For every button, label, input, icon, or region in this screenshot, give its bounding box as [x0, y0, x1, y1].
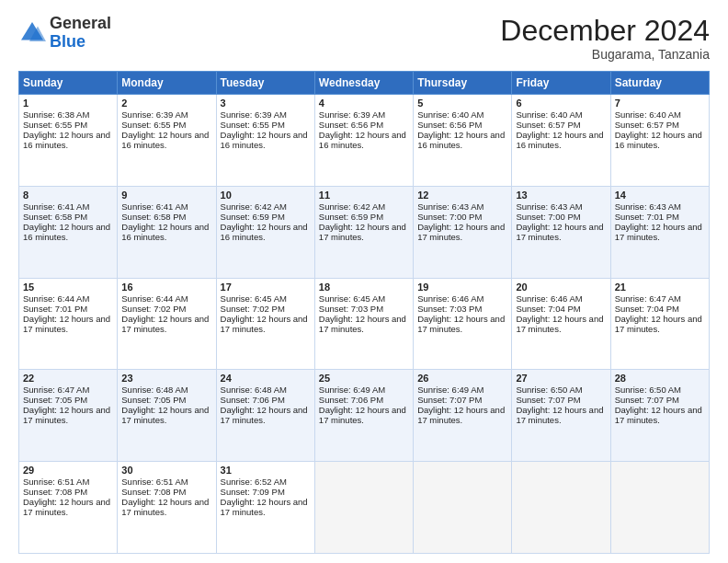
- day-number: 11: [319, 190, 409, 201]
- sunset-label: Sunset: 7:01 PM: [615, 212, 679, 222]
- sunset-label: Sunset: 7:02 PM: [121, 304, 186, 314]
- sunrise-label: Sunrise: 6:39 AM: [319, 109, 385, 120]
- table-row: 12 Sunrise: 6:43 AM Sunset: 7:00 PM Dayl…: [414, 186, 512, 278]
- daylight-label: Daylight: 12 hours and 17 minutes.: [319, 405, 406, 425]
- sunset-label: Sunset: 7:07 PM: [417, 395, 482, 405]
- sunset-label: Sunset: 7:04 PM: [615, 304, 679, 314]
- sunset-label: Sunset: 7:08 PM: [23, 487, 87, 497]
- sunset-label: Sunset: 6:55 PM: [221, 120, 285, 130]
- table-row: 4 Sunrise: 6:39 AM Sunset: 6:56 PM Dayli…: [314, 95, 413, 187]
- month-title: December 2024: [500, 15, 710, 47]
- sunrise-label: Sunrise: 6:38 AM: [23, 109, 89, 120]
- sunrise-label: Sunrise: 6:42 AM: [221, 201, 287, 212]
- daylight-label: Daylight: 12 hours and 16 minutes.: [221, 130, 308, 150]
- daylight-label: Daylight: 12 hours and 16 minutes.: [615, 130, 702, 150]
- day-number: 3: [221, 98, 311, 109]
- sunrise-label: Sunrise: 6:45 AM: [319, 293, 385, 304]
- day-number: 7: [615, 98, 705, 109]
- day-number: 12: [417, 190, 507, 201]
- sunrise-label: Sunrise: 6:50 AM: [615, 385, 681, 395]
- table-row: 7 Sunrise: 6:40 AM Sunset: 6:57 PM Dayli…: [610, 95, 709, 187]
- sunrise-label: Sunrise: 6:40 AM: [417, 109, 483, 120]
- sunset-label: Sunset: 7:05 PM: [121, 395, 186, 405]
- sunrise-label: Sunrise: 6:47 AM: [23, 385, 89, 395]
- sunset-label: Sunset: 7:03 PM: [319, 304, 383, 314]
- sunrise-label: Sunrise: 6:49 AM: [319, 385, 385, 395]
- day-number: 4: [319, 98, 409, 109]
- daylight-label: Daylight: 12 hours and 17 minutes.: [417, 222, 505, 242]
- table-row: [610, 462, 709, 554]
- table-row: 19 Sunrise: 6:46 AM Sunset: 7:03 PM Dayl…: [414, 278, 512, 370]
- col-saturday: Saturday: [610, 72, 709, 95]
- sunset-label: Sunset: 7:07 PM: [516, 395, 580, 405]
- daylight-label: Daylight: 12 hours and 16 minutes.: [23, 222, 110, 242]
- calendar-week-row: 1 Sunrise: 6:38 AM Sunset: 6:55 PM Dayli…: [19, 95, 710, 187]
- day-number: 16: [121, 282, 211, 293]
- table-row: 10 Sunrise: 6:42 AM Sunset: 6:59 PM Dayl…: [216, 186, 314, 278]
- sunrise-label: Sunrise: 6:48 AM: [121, 385, 188, 395]
- sunset-label: Sunset: 6:56 PM: [319, 120, 383, 130]
- sunset-label: Sunset: 6:57 PM: [516, 120, 580, 130]
- sunset-label: Sunset: 6:55 PM: [121, 120, 186, 130]
- sunrise-label: Sunrise: 6:44 AM: [23, 293, 89, 304]
- table-row: 15 Sunrise: 6:44 AM Sunset: 7:01 PM Dayl…: [19, 278, 118, 370]
- sunset-label: Sunset: 6:55 PM: [23, 120, 87, 130]
- day-number: 15: [23, 282, 113, 293]
- day-number: 20: [516, 282, 606, 293]
- day-number: 19: [417, 282, 507, 293]
- sunrise-label: Sunrise: 6:43 AM: [516, 201, 582, 212]
- daylight-label: Daylight: 12 hours and 16 minutes.: [121, 222, 209, 242]
- sunrise-label: Sunrise: 6:40 AM: [516, 109, 582, 120]
- logo-text: General Blue: [50, 15, 111, 52]
- sunset-label: Sunset: 7:08 PM: [121, 487, 186, 497]
- sunset-label: Sunset: 7:00 PM: [417, 212, 482, 222]
- day-number: 30: [121, 465, 211, 476]
- daylight-label: Daylight: 12 hours and 17 minutes.: [23, 314, 110, 334]
- sunset-label: Sunset: 6:59 PM: [319, 212, 383, 222]
- sunrise-label: Sunrise: 6:51 AM: [23, 477, 89, 487]
- page: General Blue December 2024 Bugarama, Tan…: [0, 0, 728, 563]
- day-number: 9: [121, 190, 211, 201]
- calendar-week-row: 22 Sunrise: 6:47 AM Sunset: 7:05 PM Dayl…: [19, 370, 710, 462]
- sunset-label: Sunset: 7:07 PM: [615, 395, 679, 405]
- table-row: 26 Sunrise: 6:49 AM Sunset: 7:07 PM Dayl…: [414, 370, 512, 462]
- sunset-label: Sunset: 7:06 PM: [319, 395, 383, 405]
- daylight-label: Daylight: 12 hours and 17 minutes.: [516, 222, 603, 242]
- sunrise-label: Sunrise: 6:41 AM: [121, 201, 188, 212]
- day-number: 13: [516, 190, 606, 201]
- daylight-label: Daylight: 12 hours and 17 minutes.: [121, 405, 209, 425]
- day-number: 14: [615, 190, 705, 201]
- table-row: 5 Sunrise: 6:40 AM Sunset: 6:56 PM Dayli…: [414, 95, 512, 187]
- table-row: 22 Sunrise: 6:47 AM Sunset: 7:05 PM Dayl…: [19, 370, 118, 462]
- col-thursday: Thursday: [414, 72, 512, 95]
- daylight-label: Daylight: 12 hours and 17 minutes.: [221, 314, 308, 334]
- sunset-label: Sunset: 7:01 PM: [23, 304, 87, 314]
- day-number: 17: [221, 282, 311, 293]
- col-tuesday: Tuesday: [216, 72, 314, 95]
- sunrise-label: Sunrise: 6:39 AM: [221, 109, 287, 120]
- daylight-label: Daylight: 12 hours and 17 minutes.: [615, 314, 702, 334]
- logo-general: General: [50, 14, 111, 32]
- table-row: 1 Sunrise: 6:38 AM Sunset: 6:55 PM Dayli…: [19, 95, 118, 187]
- sunset-label: Sunset: 6:59 PM: [221, 212, 285, 222]
- daylight-label: Daylight: 12 hours and 17 minutes.: [516, 314, 603, 334]
- title-block: December 2024 Bugarama, Tanzania: [500, 15, 710, 62]
- daylight-label: Daylight: 12 hours and 17 minutes.: [516, 405, 603, 425]
- table-row: 31 Sunrise: 6:52 AM Sunset: 7:09 PM Dayl…: [216, 462, 314, 554]
- table-row: [414, 462, 512, 554]
- sunrise-label: Sunrise: 6:51 AM: [121, 477, 188, 487]
- table-row: 21 Sunrise: 6:47 AM Sunset: 7:04 PM Dayl…: [610, 278, 709, 370]
- daylight-label: Daylight: 12 hours and 16 minutes.: [23, 130, 110, 150]
- table-row: 13 Sunrise: 6:43 AM Sunset: 7:00 PM Dayl…: [512, 186, 610, 278]
- table-row: 3 Sunrise: 6:39 AM Sunset: 6:55 PM Dayli…: [216, 95, 314, 187]
- sunrise-label: Sunrise: 6:41 AM: [23, 201, 89, 212]
- day-number: 2: [121, 98, 211, 109]
- col-friday: Friday: [512, 72, 610, 95]
- sunset-label: Sunset: 7:04 PM: [516, 304, 580, 314]
- daylight-label: Daylight: 12 hours and 16 minutes.: [221, 222, 308, 242]
- table-row: 28 Sunrise: 6:50 AM Sunset: 7:07 PM Dayl…: [610, 370, 709, 462]
- sunrise-label: Sunrise: 6:50 AM: [516, 385, 582, 395]
- sunset-label: Sunset: 7:05 PM: [23, 395, 87, 405]
- day-number: 18: [319, 282, 409, 293]
- table-row: 9 Sunrise: 6:41 AM Sunset: 6:58 PM Dayli…: [118, 186, 216, 278]
